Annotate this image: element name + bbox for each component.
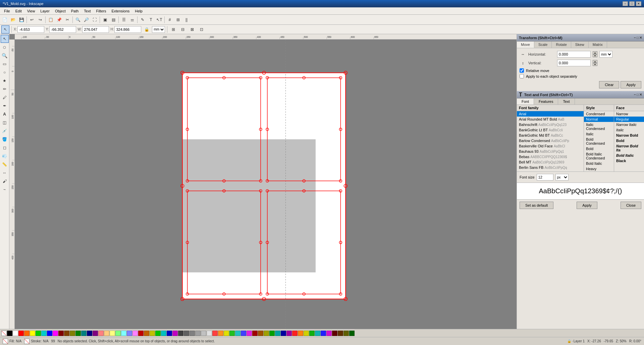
font-item-bankgothic-md[interactable]: BankGothic Md BT AaBbCc [517, 133, 584, 138]
color-darkolive[interactable] [343, 331, 349, 336]
color-brightyellow[interactable] [304, 331, 309, 336]
text-tool-button[interactable]: T [147, 16, 155, 24]
minimize-button[interactable]: − [623, 1, 628, 6]
color-lightred[interactable] [98, 331, 104, 336]
font-item-arial[interactable]: Arial [517, 111, 584, 117]
color-magenta[interactable] [53, 331, 58, 336]
tab-scale[interactable]: Scale [534, 42, 552, 48]
font-item-bauhaus[interactable]: Bauhaus 93 AaBbCcIiPpQq1 [517, 149, 584, 154]
maximize-button[interactable]: □ [629, 1, 635, 6]
tf-apply-button[interactable]: Apply [577, 202, 597, 209]
unit-select[interactable]: mm px cm in [152, 26, 165, 33]
gradient-tool[interactable]: ◫ [1, 119, 9, 127]
distribute-button[interactable]: ⚌ [128, 16, 136, 24]
color-black[interactable] [7, 331, 12, 336]
close-button[interactable]: ✕ [636, 1, 641, 6]
pen-tool[interactable]: 🖊 [1, 93, 9, 101]
face-narrow-italic[interactable]: Narrow Italic [614, 122, 644, 127]
face-black[interactable]: Black [614, 158, 644, 163]
menu-path[interactable]: Path [68, 8, 82, 14]
group-button[interactable]: ▣ [101, 16, 109, 24]
color-lightcyan[interactable] [121, 331, 126, 336]
y-input[interactable] [49, 26, 76, 33]
canvas-area[interactable]: -100 -50 0 50 100 150 200 250 30 [9, 34, 517, 329]
apply-each-checkbox[interactable] [520, 74, 524, 78]
color-medgreen[interactable] [155, 331, 161, 336]
paint-tool[interactable]: 🖌 [1, 177, 9, 185]
color-lightyellow[interactable] [110, 331, 115, 336]
eraser-tool[interactable]: ◻ [1, 144, 9, 152]
face-bold-italic[interactable]: Bold Italic [614, 153, 644, 158]
face-narrow-bold-italic[interactable]: Narrow Bold Ita [614, 143, 644, 153]
style-bold[interactable]: Bold [584, 146, 614, 151]
save-button[interactable]: 💾 [17, 16, 25, 24]
color-maroon[interactable] [252, 331, 258, 336]
color-lightmagenta[interactable] [132, 331, 138, 336]
font-item-bankgothic-lt[interactable]: BankGothic Lt BT AaBbCcIi [517, 127, 584, 133]
dropper-tool[interactable]: 💉 [1, 127, 9, 135]
star-tool[interactable]: ★ [1, 77, 9, 85]
node-edit-button[interactable]: ✎ [139, 16, 147, 24]
w-input[interactable] [82, 26, 109, 33]
font-item-bahnschrift[interactable]: Bahnschrift AaBbCcIiPpQq123 [517, 122, 584, 127]
vertical-down[interactable]: ▼ [593, 63, 597, 66]
transform-object-button[interactable]: ⊞ [169, 25, 177, 33]
color-brightpurple[interactable] [326, 331, 332, 336]
style-bold-condensed[interactable]: Bold Condensed [584, 137, 614, 146]
color-medblue[interactable] [167, 331, 172, 336]
color-hotamber[interactable] [298, 331, 303, 336]
no-color-swatch[interactable] [1, 331, 7, 336]
style-normal[interactable]: Normal [584, 117, 614, 122]
face-narrow-bold[interactable]: Narrow Bold [614, 133, 644, 138]
tab-matrix[interactable]: Matrix [589, 42, 607, 48]
color-lime[interactable] [229, 331, 235, 336]
color-crimson[interactable] [138, 331, 144, 336]
node-tool[interactable]: ⬡ [1, 43, 9, 51]
ellipse-tool[interactable]: ○ [1, 68, 9, 76]
connector-tool[interactable]: ↔ [1, 169, 9, 177]
font-item-baskerville[interactable]: Baskerville Old Face AaBbCl [517, 143, 584, 149]
color-darknavy[interactable] [281, 331, 286, 336]
color-lightgray1[interactable] [195, 331, 201, 336]
color-gold[interactable] [224, 331, 229, 336]
clear-button[interactable]: Clear [599, 81, 619, 88]
font-item-barlow[interactable]: Barlow Condensed AaBbCcIiPp [517, 138, 584, 143]
font-item-bebas[interactable]: Bebas AABBCCIIPPQQ12369$ [517, 154, 584, 159]
tf-tab-text[interactable]: Text [558, 98, 575, 105]
color-verydarkgreen[interactable] [349, 331, 355, 336]
color-orange[interactable] [24, 331, 30, 336]
tf-tab-features[interactable]: Features [534, 98, 558, 105]
tab-skew[interactable]: Skew [571, 42, 589, 48]
color-darkred[interactable] [58, 331, 64, 336]
tf-expand-icon[interactable]: □ [637, 93, 639, 96]
menu-extensions[interactable]: Extensions [109, 8, 132, 14]
measure-tool[interactable]: 📏 [1, 160, 9, 168]
color-khaki[interactable] [264, 331, 269, 336]
font-item-arial-rounded[interactable]: Arial Rounded MT Bold AaB [517, 117, 584, 122]
color-brown[interactable] [64, 331, 69, 336]
color-green[interactable] [36, 331, 41, 336]
color-darkgray1[interactable] [178, 331, 183, 336]
style-italic[interactable]: Italic [584, 131, 614, 137]
color-orchid[interactable] [247, 331, 252, 336]
selector-tool[interactable]: ↖ [1, 35, 9, 43]
color-lightgreen[interactable] [115, 331, 121, 336]
color-brightblue[interactable] [321, 331, 326, 336]
undo-button[interactable]: ↩ [28, 16, 36, 24]
color-yellow[interactable] [30, 331, 35, 336]
text-tool[interactable]: A [1, 110, 9, 118]
face-regular[interactable]: Regular [614, 117, 644, 122]
color-darkpurple[interactable] [286, 331, 292, 336]
set-default-button[interactable]: Set as default [520, 202, 553, 209]
color-brightgreen[interactable] [309, 331, 315, 336]
apply-button[interactable]: Apply [621, 81, 641, 88]
style-condensed[interactable]: Condensed [584, 111, 614, 117]
color-gray[interactable] [190, 331, 195, 336]
x-input[interactable] [17, 26, 44, 33]
horizontal-input[interactable] [557, 51, 591, 58]
transform-expand-icon[interactable]: □ [637, 36, 639, 40]
transform-minimize-icon[interactable]: − [634, 36, 636, 40]
color-navy[interactable] [87, 331, 92, 336]
copy-button[interactable]: 📋 [47, 16, 55, 24]
color-darkyellow[interactable] [150, 331, 155, 336]
